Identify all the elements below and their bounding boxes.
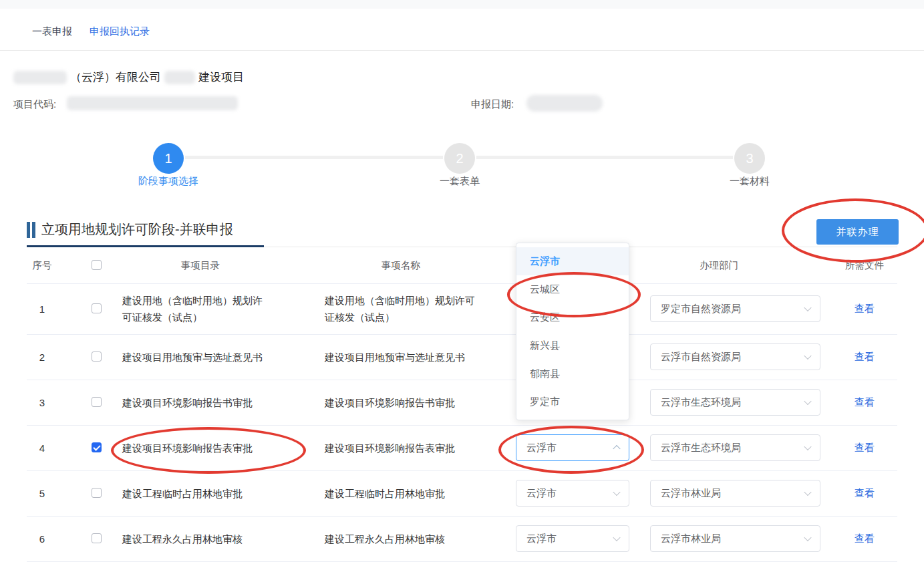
department-select[interactable]: 云浮市林业局	[650, 480, 820, 507]
tab-declaration-receipt-records[interactable]: 申报回执记录	[90, 25, 150, 38]
row-number: 3	[27, 397, 57, 408]
dropdown-option-yunan[interactable]: 云安区	[516, 303, 629, 331]
row-checkbox[interactable]	[92, 488, 102, 498]
catalog-cell: 建设项目环境影响报告表审批	[122, 440, 268, 456]
project-title-suffix: 建设项目	[198, 69, 244, 85]
chevron-down-icon	[804, 534, 811, 541]
department-select-value: 云浮市自然资源局	[661, 344, 741, 370]
step-2-label: 一套表单	[406, 175, 513, 188]
view-files-link[interactable]: 查看	[824, 303, 905, 315]
region-select-value: 云浮市	[526, 435, 557, 460]
parallel-handle-button[interactable]: 并联办理	[816, 219, 899, 245]
row-checkbox[interactable]	[92, 303, 102, 313]
redacted-project-code	[67, 96, 238, 110]
table-row: 2 建设项目用地预审与选址意见书 建设项目用地预审与选址意见书 云浮市自然资源局…	[27, 334, 897, 380]
region-select[interactable]: 云浮市	[516, 525, 629, 552]
view-files-link[interactable]: 查看	[824, 533, 905, 545]
top-strip	[0, 0, 924, 9]
dropdown-option-yunfu-selected[interactable]: 云浮市	[516, 247, 629, 275]
step-3-circle: 3	[734, 143, 765, 174]
dropdown-option-xinxing[interactable]: 新兴县	[516, 331, 629, 360]
step-3-label: 一套材料	[696, 175, 803, 188]
step-connector	[476, 156, 733, 159]
dropdown-option-luoding[interactable]: 罗定市	[516, 388, 629, 416]
chevron-down-icon	[613, 488, 620, 496]
table-row: 4 建设项目环境影响报告表审批 建设项目环境影响报告表审批 云浮市 云浮市生态环…	[27, 425, 897, 471]
chevron-down-icon	[804, 398, 811, 405]
dropdown-option-yunan-county[interactable]: 郁南县	[516, 360, 629, 388]
project-code-label: 项目代码:	[13, 98, 56, 111]
header-no: 序号	[27, 259, 57, 272]
step-connector	[185, 156, 443, 159]
row-number: 6	[27, 533, 57, 545]
department-select-value: 云浮市生态环境局	[661, 435, 741, 460]
catalog-cell: 建设项目环境影响报告书审批	[122, 394, 268, 411]
row-number: 2	[27, 352, 57, 363]
chevron-down-icon	[804, 488, 811, 496]
catalog-cell: 建设项目用地预审与选址意见书	[122, 349, 268, 366]
region-select-value: 云浮市	[526, 480, 557, 506]
catalog-cell: 建设工程临时占用林地审批	[122, 485, 268, 502]
one-form-declaration-page: 一表申报 申报回执记录 （云浮）有限公司 建设项目 项目代码: 申报日期: 1 …	[0, 0, 924, 562]
chevron-down-icon	[804, 352, 811, 360]
name-cell: 建设项目环境影响报告表审批	[325, 440, 480, 456]
region-select-value: 云浮市	[526, 526, 557, 551]
view-files-link[interactable]: 查看	[824, 351, 905, 364]
row-checkbox[interactable]	[92, 352, 102, 362]
step-2-circle: 2	[444, 143, 475, 174]
tab-bar: 一表申报 申报回执记录	[32, 25, 150, 38]
table-row: 3 建设项目环境影响报告书审批 建设项目环境影响报告书审批 云浮市生态环境局 查…	[27, 380, 897, 426]
name-cell: 建设用地（含临时用地）规划许可证核发（试点）	[325, 292, 480, 325]
tab-one-form-declaration[interactable]: 一表申报	[32, 25, 72, 38]
department-select[interactable]: 云浮市自然资源局	[650, 343, 820, 370]
chevron-down-icon	[613, 534, 620, 541]
redacted-company-prefix	[13, 71, 67, 84]
name-cell: 建设工程永久占用林地审核	[325, 531, 480, 547]
table-row: 5 建设工程临时占用林地审批 建设工程临时占用林地审批 云浮市 云浮市林业局 查…	[27, 470, 897, 517]
header-catalog: 事项目录	[134, 259, 267, 272]
name-cell: 建设项目环境影响报告书审批	[325, 394, 480, 411]
department-select-value: 云浮市林业局	[661, 526, 721, 551]
project-title: （云浮）有限公司 建设项目	[13, 69, 244, 85]
row-checkbox[interactable]	[92, 397, 102, 407]
table-header-row: 序号 事项目录 事项名称 办理部门 所需文件	[27, 247, 897, 284]
project-title-company: （云浮）有限公司	[70, 69, 161, 85]
name-cell: 建设工程临时占用林地审批	[325, 485, 480, 502]
name-cell: 建设项目用地预审与选址意见书	[325, 349, 480, 366]
dropdown-option-yuncheng[interactable]: 云城区	[516, 275, 629, 303]
department-select-value: 云浮市生态环境局	[661, 390, 741, 415]
chevron-down-icon	[804, 443, 811, 450]
table-row: 6 建设工程永久占用林地审核 建设工程永久占用林地审核 云浮市 云浮市林业局 查…	[27, 516, 897, 562]
department-select-value: 罗定市自然资源局	[661, 296, 741, 321]
tab-divider	[0, 50, 924, 51]
select-all-checkbox[interactable]	[92, 260, 102, 270]
region-select-open[interactable]: 云浮市	[516, 434, 629, 461]
chevron-down-icon	[804, 304, 811, 311]
row-checkbox-checked[interactable]	[92, 442, 102, 452]
department-select[interactable]: 云浮市生态环境局	[650, 389, 820, 416]
section-title: 立项用地规划许可阶段-并联申报	[41, 221, 233, 239]
header-name: 事项名称	[334, 259, 468, 272]
header-files: 所需文件	[824, 259, 905, 272]
department-select[interactable]: 罗定市自然资源局	[650, 295, 820, 322]
chevron-up-icon	[613, 445, 620, 452]
row-number: 4	[27, 442, 57, 454]
step-1-label: 阶段事项选择	[115, 175, 222, 188]
catalog-cell: 建设用地（含临时用地）规划许可证核发（试点）	[122, 292, 268, 325]
section-bars-icon	[27, 222, 30, 238]
region-select[interactable]: 云浮市	[516, 480, 629, 507]
view-files-link[interactable]: 查看	[824, 442, 905, 454]
view-files-link[interactable]: 查看	[824, 487, 905, 500]
table-row: 1 建设用地（含临时用地）规划许可证核发（试点） 建设用地（含临时用地）规划许可…	[27, 283, 897, 335]
row-number: 5	[27, 488, 57, 499]
redacted-declaration-date	[526, 95, 603, 112]
view-files-link[interactable]: 查看	[824, 396, 905, 409]
department-select-value: 云浮市林业局	[661, 480, 721, 506]
step-1-circle: 1	[153, 143, 184, 174]
row-number: 1	[27, 303, 57, 315]
header-department: 办理部门	[652, 259, 786, 272]
declaration-date-label: 申报日期:	[471, 98, 514, 111]
department-select[interactable]: 云浮市生态环境局	[650, 434, 820, 461]
row-checkbox[interactable]	[92, 533, 102, 543]
department-select[interactable]: 云浮市林业局	[650, 525, 820, 552]
